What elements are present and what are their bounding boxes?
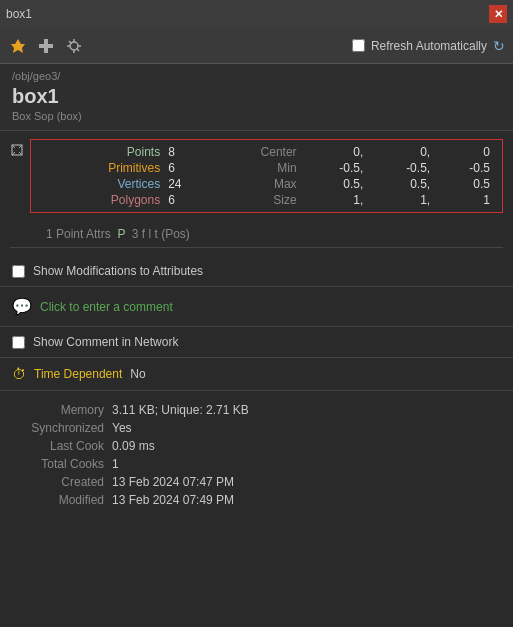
size-label: Size — [209, 192, 301, 208]
geo-stats-box: Points 8 Center 0, 0, 0 Primitives 6 Min… — [30, 139, 503, 213]
show-comment-label: Show Comment in Network — [33, 335, 178, 349]
primitives-row: Primitives 6 Min -0.5, -0.5, -0.5 — [39, 160, 494, 176]
modifications-label: Show Modifications to Attributes — [33, 264, 203, 278]
modifications-checkbox[interactable] — [12, 265, 25, 278]
close-button[interactable]: ✕ — [489, 5, 507, 23]
svg-line-9 — [77, 48, 80, 51]
sync-value: Yes — [112, 421, 132, 435]
polygons-value: 6 — [164, 192, 209, 208]
max-label: Max — [209, 176, 301, 192]
refresh-icon[interactable]: ↻ — [493, 38, 505, 54]
sync-row: Synchronized Yes — [12, 419, 501, 437]
center-label: Center — [209, 144, 301, 160]
points-row: Points 8 Center 0, 0, 0 — [39, 144, 494, 160]
primitives-label: Primitives — [39, 160, 164, 176]
max-y: 0.5, — [367, 176, 434, 192]
toolbar: Refresh Automatically ↻ — [0, 28, 513, 64]
stats-table: Points 8 Center 0, 0, 0 Primitives 6 Min… — [39, 144, 494, 208]
comment-area[interactable]: 💬 Click to enter a comment — [0, 287, 513, 327]
min-x: -0.5, — [301, 160, 368, 176]
point-attrs-prefix: 1 Point Attrs — [46, 227, 111, 241]
total-cooks-label: Total Cooks — [12, 457, 112, 471]
point-attrs: 1 Point Attrs P 3 f l t (Pos) — [10, 221, 503, 248]
add-icon[interactable] — [36, 36, 56, 56]
total-cooks-row: Total Cooks 1 — [12, 455, 501, 473]
window-title: box1 — [6, 7, 32, 21]
point-attr-name: P — [117, 227, 125, 241]
vertices-label: Vertices — [39, 176, 164, 192]
max-x: 0.5, — [301, 176, 368, 192]
vertices-row: Vertices 24 Max 0.5, 0.5, 0.5 — [39, 176, 494, 192]
polygons-row: Polygons 6 Size 1, 1, 1 — [39, 192, 494, 208]
primitives-value: 6 — [164, 160, 209, 176]
memory-label: Memory — [12, 403, 112, 417]
time-dep-label: Time Dependent — [34, 367, 122, 381]
modified-value: 13 Feb 2024 07:49 PM — [112, 493, 234, 507]
memory-row: Memory 3.11 KB; Unique: 2.71 KB — [12, 401, 501, 419]
center-y: 0, — [367, 144, 434, 160]
modified-label: Modified — [12, 493, 112, 507]
center-x: 0, — [301, 144, 368, 160]
min-z: -0.5 — [434, 160, 494, 176]
content-area: Points 8 Center 0, 0, 0 Primitives 6 Min… — [0, 131, 513, 256]
total-cooks-value: 1 — [112, 457, 119, 471]
last-cook-row: Last Cook 0.09 ms — [12, 437, 501, 455]
refresh-label: Refresh Automatically — [371, 39, 487, 53]
time-dep-row: ⏱ Time Dependent No — [0, 358, 513, 391]
memory-value: 3.11 KB; Unique: 2.71 KB — [112, 403, 249, 417]
min-label: Min — [209, 160, 301, 176]
node-type: Box Sop (box) — [12, 110, 501, 122]
size-y: 1, — [367, 192, 434, 208]
info-table: Memory 3.11 KB; Unique: 2.71 KB Synchron… — [0, 391, 513, 519]
svg-rect-2 — [39, 44, 53, 48]
show-comment-checkbox[interactable] — [12, 336, 25, 349]
modifications-row: Show Modifications to Attributes — [0, 256, 513, 287]
title-bar: box1 ✕ — [0, 0, 513, 28]
toolbar-right: Refresh Automatically ↻ — [352, 38, 505, 54]
time-icon: ⏱ — [12, 366, 26, 382]
geo-icon — [10, 143, 24, 160]
points-value: 8 — [164, 144, 209, 160]
node-path: /obj/geo3/ — [12, 70, 501, 82]
show-comment-row: Show Comment in Network — [0, 327, 513, 358]
size-x: 1, — [301, 192, 368, 208]
max-z: 0.5 — [434, 176, 494, 192]
center-z: 0 — [434, 144, 494, 160]
svg-marker-0 — [11, 39, 25, 53]
created-label: Created — [12, 475, 112, 489]
vertices-value: 24 — [164, 176, 209, 192]
last-cook-label: Last Cook — [12, 439, 112, 453]
debug-icon[interactable] — [64, 36, 84, 56]
point-attr-type: 3 f l t (Pos) — [132, 227, 190, 241]
created-row: Created 13 Feb 2024 07:47 PM — [12, 473, 501, 491]
min-y: -0.5, — [367, 160, 434, 176]
points-label: Points — [39, 144, 164, 160]
sync-label: Synchronized — [12, 421, 112, 435]
header-area: /obj/geo3/ box1 Box Sop (box) — [0, 64, 513, 131]
time-dep-value: No — [130, 367, 145, 381]
pin-icon[interactable] — [8, 36, 28, 56]
comment-icon: 💬 — [12, 297, 32, 316]
title-bar-left: box1 — [6, 7, 32, 21]
geo-stats-container: Points 8 Center 0, 0, 0 Primitives 6 Min… — [10, 139, 503, 213]
svg-line-8 — [69, 41, 72, 44]
refresh-checkbox[interactable] — [352, 39, 365, 52]
comment-input[interactable]: Click to enter a comment — [40, 300, 173, 314]
last-cook-value: 0.09 ms — [112, 439, 155, 453]
modified-row: Modified 13 Feb 2024 07:49 PM — [12, 491, 501, 509]
created-value: 13 Feb 2024 07:47 PM — [112, 475, 234, 489]
size-z: 1 — [434, 192, 494, 208]
polygons-label: Polygons — [39, 192, 164, 208]
node-name: box1 — [12, 84, 501, 108]
toolbar-left — [8, 36, 84, 56]
